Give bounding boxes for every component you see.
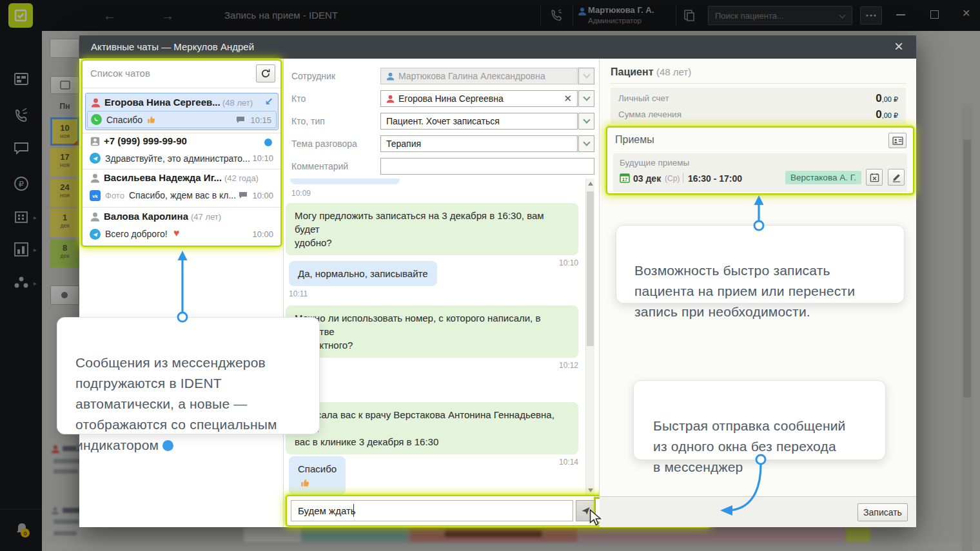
- chat-item-vasileva[interactable]: Васильева Надежда Иг... (42 года) vk Фот…: [85, 171, 279, 206]
- message-input[interactable]: [291, 500, 573, 521]
- divider: [83, 88, 280, 88]
- chat-list-panel: Список чатов Егорова Нина Сергеев... (48…: [79, 59, 284, 527]
- callout-quick-send: Быстрая отправка сообщений из одного окн…: [633, 380, 886, 460]
- chat-item-phone-number[interactable]: +7 (999) 999-99-90 Здравствуйте, это адм…: [85, 134, 279, 168]
- who-type-label: Кто, тип: [291, 116, 325, 126]
- topic-value: Терапия: [386, 139, 421, 149]
- svg-text:vk: vk: [92, 193, 98, 199]
- message-bubble-icon: [239, 191, 248, 199]
- calendar-cancel-icon: [870, 173, 879, 182]
- chat-list-highlight: Список чатов Егорова Нина Сергеев... (48…: [81, 59, 282, 247]
- chat-preview-text: Спасибо: [106, 115, 142, 125]
- chat-item-valova[interactable]: Валова Каролина (47 лет) Всего доброго! …: [85, 209, 279, 244]
- topic-field[interactable]: Терапия: [380, 135, 578, 152]
- thumbsup-emoji-icon: [147, 115, 155, 124]
- employee-field: Мартюкова Галина Александровна: [380, 68, 578, 84]
- patient-avatar-icon: [90, 212, 100, 222]
- paper-plane-icon: [581, 506, 591, 516]
- callout-messengers: Сообщения из мессенджеров подгружаются в…: [57, 317, 320, 434]
- message-incoming: Да, нормально, записывайте 10:11: [289, 261, 437, 298]
- treatment-int: 0: [876, 108, 881, 121]
- patient-title: Пациент (48 лет): [611, 66, 691, 78]
- treatment-frac: ,00 ₽: [882, 111, 898, 119]
- chat-age: (42 года): [224, 173, 259, 183]
- topic-dropdown-button[interactable]: [578, 135, 594, 152]
- thumbsup-emoji-icon: [300, 478, 309, 487]
- account-int: 0: [876, 92, 881, 104]
- indicator-dot-icon: [162, 440, 173, 451]
- divider: [611, 83, 906, 84]
- account-frac: ,00 ₽: [882, 95, 898, 103]
- topic-label: Тема разговора: [291, 139, 357, 149]
- message-outgoing: Можно ли использовать номер, с которого …: [286, 305, 578, 370]
- chat-preview-text: Всего доброго!: [105, 229, 168, 239]
- doctor-badge: Верстакова А. Г.: [785, 171, 861, 184]
- employee-dropdown-button: [578, 68, 594, 84]
- scroll-up-arrow-icon[interactable]: [588, 182, 593, 186]
- message-text: Могу предложить записаться на 3 декабря …: [286, 203, 578, 255]
- vk-icon: vk: [90, 190, 101, 201]
- chat-scrollbar[interactable]: [585, 179, 594, 496]
- account-value: 0,00 ₽: [876, 92, 898, 105]
- calendar-date-icon: 17: [620, 173, 630, 183]
- chevron-down-icon: [583, 116, 590, 123]
- chevron-down-icon: [583, 71, 590, 78]
- clear-field-icon[interactable]: ✕: [564, 93, 572, 104]
- modal-footer: Записать: [600, 496, 916, 527]
- employee-value: Мартюкова Галина Александровна: [398, 71, 545, 81]
- who-value: Егорова Нина Сергеевна: [398, 93, 504, 104]
- employee-label: Сотрудник: [291, 71, 335, 81]
- message-time: 10:12: [286, 361, 578, 370]
- contact-card-icon: [892, 137, 903, 145]
- heart-emoji-icon: ♥: [173, 227, 180, 239]
- send-message-button[interactable]: [576, 500, 595, 521]
- chat-preview-text: Спасибо, ждем вас в кл...: [129, 190, 236, 200]
- chat-name: Валова Каролина: [104, 211, 188, 222]
- comment-input[interactable]: [380, 158, 594, 175]
- patient-age: (48 лет): [656, 66, 691, 77]
- patient-avatar-icon: [386, 95, 395, 103]
- chat-name: +7 (999) 999-99-90: [104, 135, 187, 146]
- account-label: Личный счет: [618, 93, 669, 103]
- message-history: 10:09 Могу предложить записаться на 3 де…: [286, 179, 587, 496]
- scrollbar-thumb[interactable]: [587, 191, 594, 346]
- patient-avatar-icon: [91, 98, 101, 108]
- chat-time: 10:00: [252, 229, 273, 239]
- chevron-down-icon: [583, 93, 590, 101]
- chat-time: 10:10: [252, 153, 273, 163]
- telegram-icon: [90, 229, 101, 240]
- chat-item-egorova[interactable]: Егорова Нина Сергеев... (48 лет) ↙ Спаси…: [85, 93, 279, 130]
- whatsapp-icon: [91, 114, 102, 125]
- chat-preview-text: Здравствуйте, это администрато...: [105, 153, 250, 164]
- chat-preview-row: Спасибо 10:15: [87, 111, 277, 128]
- patient-card-button[interactable]: [888, 133, 906, 148]
- treatment-value: 0,00 ₽: [876, 108, 898, 121]
- refresh-button[interactable]: [256, 64, 275, 82]
- patient-avatar-icon: [90, 173, 100, 183]
- treatment-label: Сумма лечения: [618, 110, 681, 119]
- who-field[interactable]: Егорова Нина Сергеевна ✕: [380, 90, 578, 107]
- scroll-down-arrow-icon[interactable]: [588, 488, 593, 492]
- chat-age: (47 лет): [191, 212, 221, 222]
- who-type-dropdown-button[interactable]: [578, 113, 594, 130]
- text-caret: [353, 504, 354, 517]
- chat-age: (48 лет): [222, 98, 253, 108]
- message-outgoing: Могу предложить записаться на 3 декабря …: [286, 203, 578, 267]
- divider: [83, 133, 280, 133]
- who-type-field[interactable]: Пациент. Хочет записаться: [380, 113, 578, 130]
- chat-time: 10:15: [250, 115, 271, 125]
- chat-time: 10:00: [252, 191, 273, 200]
- future-appointments-box: Будущие приемы 17 03 дек (Ср) 16:30 - 17…: [613, 153, 907, 192]
- future-appointments-label: Будущие приемы: [620, 158, 689, 168]
- telegram-icon: [90, 153, 101, 164]
- appointment-time: 16:30 - 17:00: [688, 173, 742, 184]
- save-button[interactable]: Записать: [858, 503, 908, 521]
- who-dropdown-button[interactable]: [578, 90, 594, 107]
- appointment-date: 03 дек: [633, 173, 661, 184]
- calendar-icon-day: 17: [622, 177, 627, 182]
- cancel-appointment-button[interactable]: [866, 169, 883, 186]
- patient-title-text: Пациент: [611, 66, 653, 77]
- edit-appointment-button[interactable]: [888, 169, 905, 186]
- pencil-icon: [892, 173, 901, 182]
- modal-close-button[interactable]: ×: [889, 37, 908, 57]
